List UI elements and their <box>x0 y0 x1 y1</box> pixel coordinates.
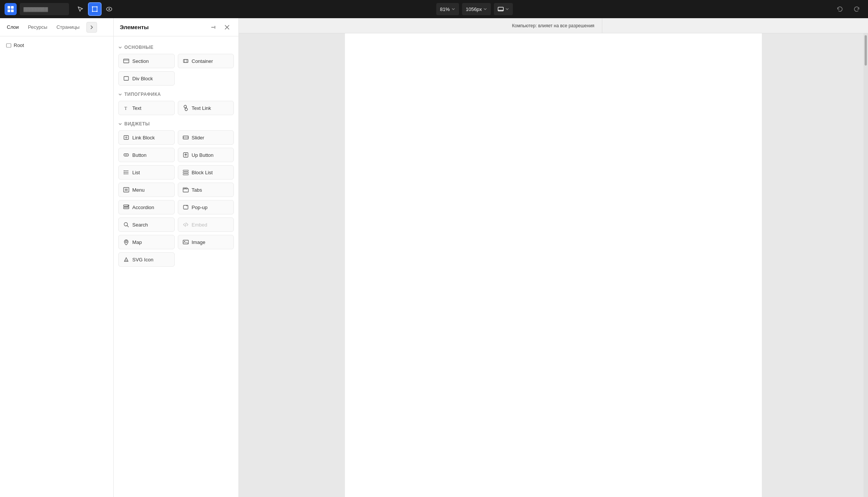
topbar: ▓▓▓▓▓▓▓▓ 81% 1056px <box>0 0 868 18</box>
tab-assets[interactable]: Ресурсы <box>24 22 51 32</box>
elements-body: Основные Section Container Div Block <box>114 36 238 497</box>
basic-elements-grid: Section Container Div Block <box>118 54 234 86</box>
canvas-page <box>345 33 762 497</box>
px-control[interactable]: 1056px <box>462 3 491 15</box>
frame-tool-button[interactable] <box>88 2 102 16</box>
typography-elements-grid: T Text Text Link <box>118 101 234 115</box>
svg-line-53 <box>127 226 129 227</box>
element-list[interactable]: List <box>118 165 175 180</box>
layer-root-label: Root <box>14 42 24 48</box>
element-block-list[interactable]: Block List <box>178 165 234 180</box>
svg-point-10 <box>108 8 110 10</box>
element-div-block[interactable]: Div Block <box>118 71 175 86</box>
collapse-panel-button[interactable] <box>208 22 219 33</box>
element-slider[interactable]: Slider <box>178 130 234 145</box>
svg-rect-36 <box>183 170 188 171</box>
svg-rect-13 <box>6 44 11 47</box>
element-container[interactable]: Container <box>178 54 234 68</box>
widgets-elements-grid: Link Block Slider Button Up Button <box>118 130 234 267</box>
element-text[interactable]: T Text <box>118 101 175 115</box>
element-up-button[interactable]: Up Button <box>178 148 234 162</box>
svg-rect-15 <box>124 59 129 63</box>
element-svg-icon[interactable]: SVG Icon <box>118 252 175 267</box>
canvas-header: Компьютер: влияет на все разрешения <box>239 18 868 33</box>
svg-point-8 <box>97 11 98 12</box>
svg-rect-3 <box>11 9 14 12</box>
canvas-scrollbar[interactable] <box>863 33 868 497</box>
element-menu[interactable]: Menu <box>118 183 175 197</box>
svg-rect-4 <box>92 7 97 11</box>
element-button[interactable]: Button <box>118 148 175 162</box>
redo-button[interactable] <box>850 2 863 16</box>
svg-rect-2 <box>8 9 10 12</box>
elements-header-actions <box>208 22 232 33</box>
topbar-right <box>833 2 863 16</box>
element-section[interactable]: Section <box>118 54 175 68</box>
left-tabs: Слои Ресурсы Страницы <box>0 18 113 36</box>
canvas-area: Компьютер: влияет на все разрешения <box>239 18 868 497</box>
undo-button[interactable] <box>833 2 847 16</box>
section-widgets-label: Виджеты <box>118 121 234 127</box>
topbar-center: 81% 1056px <box>119 3 830 15</box>
project-name[interactable]: ▓▓▓▓▓▓▓▓ <box>20 3 69 15</box>
tab-pages[interactable]: Страницы <box>53 22 83 32</box>
svg-rect-0 <box>8 6 10 9</box>
svg-point-35 <box>124 173 124 174</box>
canvas-header-label: Компьютер: влияет на все разрешения <box>505 18 602 33</box>
section-typography-label: Типографика <box>118 92 234 97</box>
tool-buttons <box>74 2 116 16</box>
layers-content: Root <box>0 36 113 497</box>
tab-layers[interactable]: Слои <box>3 22 23 32</box>
svg-rect-47 <box>124 207 129 209</box>
px-value: 1056px <box>466 6 482 12</box>
layer-root[interactable]: Root <box>6 41 107 50</box>
element-search[interactable]: Search <box>118 217 175 232</box>
svg-point-54 <box>125 241 127 243</box>
element-tabs[interactable]: Tabs <box>178 183 234 197</box>
elements-header: Элементы <box>114 18 238 36</box>
zoom-value: 81% <box>440 6 450 12</box>
preview-button[interactable] <box>102 2 116 16</box>
element-map[interactable]: Map <box>118 235 175 249</box>
svg-rect-1 <box>11 6 14 9</box>
svg-rect-37 <box>183 172 188 173</box>
element-link-block[interactable]: Link Block <box>118 130 175 145</box>
canvas-content[interactable] <box>239 33 868 497</box>
svg-rect-20 <box>124 77 128 80</box>
svg-point-34 <box>124 172 124 173</box>
close-elements-button[interactable] <box>222 22 232 33</box>
svg-rect-38 <box>183 174 188 175</box>
device-control[interactable] <box>494 3 513 15</box>
element-embed: Embed <box>178 217 234 232</box>
section-basic-label: Основные <box>118 45 234 50</box>
main-area: Слои Ресурсы Страницы Root Элементы <box>0 18 868 497</box>
zoom-control[interactable]: 81% <box>436 3 459 15</box>
element-accordion[interactable]: Accordion <box>118 200 175 214</box>
svg-point-6 <box>97 6 98 8</box>
svg-rect-17 <box>183 59 188 63</box>
svg-text:T: T <box>124 106 127 111</box>
logo-button[interactable] <box>5 3 17 15</box>
canvas-scrollbar-thumb[interactable] <box>865 35 867 66</box>
element-popup[interactable]: Pop-up <box>178 200 234 214</box>
svg-point-7 <box>92 11 93 12</box>
left-panel: Слои Ресурсы Страницы Root <box>0 18 114 497</box>
select-tool-button[interactable] <box>74 2 87 16</box>
elements-panel: Элементы Основные Section <box>114 18 239 497</box>
element-text-link[interactable]: Text Link <box>178 101 234 115</box>
element-image[interactable]: Image <box>178 235 234 249</box>
expand-panel-button[interactable] <box>86 22 97 33</box>
elements-title: Элементы <box>120 24 149 30</box>
svg-point-33 <box>124 170 124 171</box>
svg-point-5 <box>92 6 93 8</box>
